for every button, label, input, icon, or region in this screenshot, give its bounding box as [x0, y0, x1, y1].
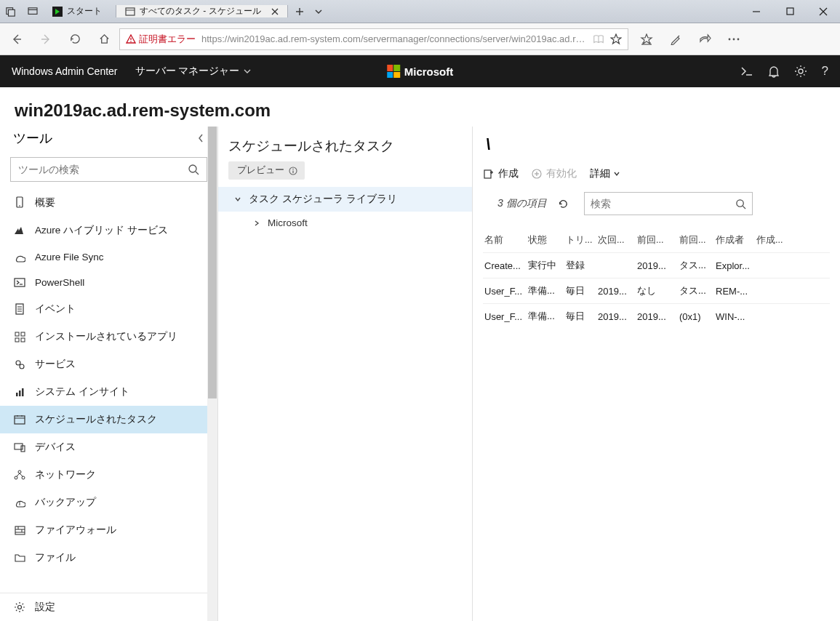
svg-marker-20 [611, 34, 621, 44]
cert-error-text: 証明書エラー [139, 33, 196, 46]
sidebar-item-settings[interactable]: 設定 [0, 593, 217, 621]
close-icon[interactable] [265, 8, 279, 15]
table-row[interactable]: User_F... 準備... 毎日 2019... 2019... (0x1)… [483, 303, 830, 329]
chevron-down-icon [234, 196, 243, 203]
svg-line-79 [743, 206, 745, 209]
forward-button[interactable] [32, 25, 60, 53]
refresh-button[interactable] [61, 25, 89, 53]
sidebar-item-events[interactable]: イベント [0, 295, 207, 323]
tool-search-input[interactable] [18, 164, 188, 175]
azure-icon [13, 225, 26, 236]
table-row[interactable]: User_F... 準備... 毎日 2019... なし タス... REM-… [483, 278, 830, 303]
col-lastresult[interactable]: 前回... [679, 234, 716, 247]
sidebar-item-label: デバイス [35, 441, 76, 454]
col-next[interactable]: 次回... [598, 234, 637, 247]
sidebar-item-files[interactable]: ファイル [0, 544, 207, 572]
cell: 準備... [528, 284, 566, 297]
back-button[interactable] [3, 25, 31, 53]
cell: 2019... [637, 311, 679, 322]
create-task-button[interactable]: 作成 [483, 167, 519, 180]
enable-task-button: 有効化 [532, 167, 577, 180]
col-created[interactable]: 作成... [756, 234, 801, 247]
col-last[interactable]: 前回... [637, 234, 679, 247]
tab-overflow-icon[interactable] [314, 7, 323, 16]
col-author[interactable]: 作成者 [716, 234, 756, 247]
home-button[interactable] [90, 25, 118, 53]
tree-child-microsoft[interactable]: Microsoft [218, 212, 472, 234]
svg-point-27 [733, 38, 735, 40]
tools-sidebar: ツール 概要 Azure ハイブリッド サービス Azure File Sync… [0, 127, 218, 621]
task-tree-panel: スケジュールされたタスク プレビュー タスク スケジューラ ライブラリ Micr… [218, 127, 473, 621]
table-row[interactable]: Create... 実行中 登録 2019... タス... Explor... [483, 252, 830, 278]
col-state[interactable]: 状態 [528, 234, 566, 247]
sidebar-item-installed-apps[interactable]: インストールされているアプリ [0, 323, 207, 350]
sidebar-item-scheduled-tasks[interactable]: スケジュールされたタスク [0, 406, 207, 433]
svg-rect-5 [126, 8, 135, 15]
svg-line-32 [196, 172, 199, 175]
taskview-icon[interactable] [0, 7, 22, 17]
help-icon[interactable]: ? [822, 64, 828, 79]
scrollbar-thumb[interactable] [208, 127, 217, 398]
cell: User_F... [484, 311, 528, 322]
tools-heading: ツール [13, 129, 52, 147]
close-button[interactable] [807, 0, 840, 23]
share-icon[interactable] [691, 25, 719, 53]
window-titlebar: スタート すべてのタスク - スケジュール [0, 0, 840, 23]
svg-point-19 [130, 41, 132, 42]
favorites-hub-icon[interactable] [633, 25, 660, 53]
address-input[interactable]: 証明書エラー https://win2019ac.ad.rem-system.c… [119, 28, 628, 50]
reading-view-icon[interactable] [593, 34, 604, 44]
sidebar-item-label: システム インサイト [35, 385, 129, 398]
tree-child-label: Microsoft [268, 217, 308, 228]
more-menu[interactable]: 詳細 [590, 167, 620, 180]
notes-icon[interactable] [662, 25, 689, 53]
notification-icon[interactable] [768, 65, 780, 78]
sidebar-scrollbar[interactable] [207, 127, 217, 621]
col-name[interactable]: 名前 [484, 234, 528, 247]
task-search[interactable] [584, 192, 753, 215]
favorite-icon[interactable] [610, 33, 622, 45]
cell: 登録 [566, 259, 598, 272]
sidebar-item-services[interactable]: サービス [0, 350, 207, 378]
path-indicator: \ [483, 134, 830, 163]
svg-point-59 [15, 476, 17, 479]
sidebar-item-devices[interactable]: デバイス [0, 433, 207, 461]
services-icon [13, 359, 26, 370]
gear-icon[interactable] [794, 65, 807, 78]
minimize-button[interactable] [740, 0, 773, 23]
tree-root[interactable]: タスク スケジューラ ライブラリ [218, 187, 472, 212]
cell: 毎日 [566, 310, 598, 323]
microsoft-text: Microsoft [404, 65, 454, 78]
tab-start[interactable]: スタート [44, 5, 116, 17]
sidebar-item-backup[interactable]: バックアップ [0, 489, 207, 516]
svg-point-30 [799, 69, 803, 73]
maximize-button[interactable] [773, 0, 807, 23]
sidebar-item-azure-hybrid[interactable]: Azure ハイブリッド サービス [0, 217, 207, 244]
cell: User_F... [484, 286, 528, 297]
sidebar-item-system-insights[interactable]: システム インサイト [0, 378, 207, 406]
sidebar-item-overview[interactable]: 概要 [0, 189, 207, 217]
svg-rect-37 [15, 279, 25, 287]
more-icon[interactable] [720, 25, 748, 53]
sidebar-item-firewall[interactable]: ファイアウォール [0, 516, 207, 544]
tools-footer: 設定 [0, 593, 217, 621]
sidebar-item-azure-file-sync[interactable]: Azure File Sync [0, 244, 207, 270]
tool-search[interactable] [10, 157, 207, 182]
cell: 2019... [598, 286, 637, 297]
task-search-input[interactable] [591, 198, 735, 209]
tab-start-label: スタート [67, 5, 102, 17]
powershell-icon[interactable] [740, 66, 753, 76]
header-right: ? [740, 64, 828, 79]
collapse-icon[interactable] [197, 133, 204, 143]
recent-icon[interactable] [22, 7, 44, 16]
new-tab-icon[interactable] [295, 7, 304, 16]
sidebar-item-powershell[interactable]: PowerShell [0, 270, 207, 295]
refresh-icon[interactable] [557, 198, 569, 210]
tab-tasks[interactable]: すべてのタスク - スケジュール [116, 5, 288, 17]
preview-text: プレビュー [237, 164, 284, 177]
col-trigger[interactable]: トリ... [566, 234, 598, 247]
breadcrumb[interactable]: サーバー マネージャー [135, 65, 252, 78]
cert-error-badge[interactable]: 証明書エラー [126, 33, 196, 46]
svg-rect-43 [15, 332, 19, 336]
sidebar-item-network[interactable]: ネットワーク [0, 461, 207, 489]
